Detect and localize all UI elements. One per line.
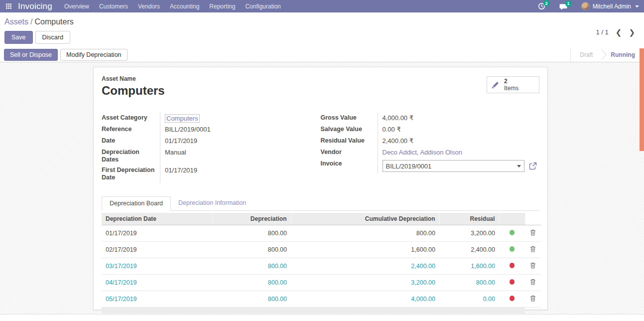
page-footer — [0, 315, 644, 321]
trash-icon — [530, 295, 536, 302]
activities-button[interactable]: 2 — [538, 2, 545, 10]
user-menu[interactable]: Mitchell Admin — [581, 2, 639, 10]
table-row[interactable]: 02/17/2019 800.00 1,600.00 2,400.00 — [102, 242, 541, 258]
status-draft[interactable]: Draft — [571, 48, 602, 62]
col-depreciation[interactable]: Depreciation — [213, 213, 291, 225]
external-link-icon[interactable] — [529, 162, 537, 170]
items-stat-button[interactable]: 2 Items — [487, 76, 539, 93]
discard-button[interactable]: Discard — [35, 31, 70, 44]
table-row[interactable]: 03/17/2019 800.00 2,400.00 1,600.00 — [102, 258, 541, 275]
menu-overview[interactable]: Overview — [59, 0, 94, 12]
menu-customers[interactable]: Customers — [94, 0, 133, 12]
chevron-down-icon — [635, 5, 639, 7]
left-field-group: Asset Category Computers Reference BILL/… — [102, 113, 321, 183]
pager: 1 / 1 ❮ ❯ — [596, 28, 635, 36]
user-avatar — [581, 2, 590, 10]
trash-icon — [530, 229, 536, 236]
asset-category-field[interactable]: Computers — [165, 114, 200, 123]
scrollbar-thumb[interactable] — [640, 48, 644, 151]
save-button[interactable]: Save — [4, 31, 33, 44]
depreciation-board-table: Depreciation Date Depreciation Cumulativ… — [102, 213, 541, 314]
posted-state-dot — [510, 230, 515, 235]
col-actions — [525, 213, 541, 225]
user-name: Mitchell Admin — [593, 3, 631, 10]
menu-configuration[interactable]: Configuration — [240, 0, 285, 12]
trash-icon — [530, 246, 536, 252]
col-depreciation-date[interactable]: Depreciation Date — [102, 213, 213, 225]
posted-state-dot — [510, 246, 515, 252]
asset-name-label: Asset Name — [102, 75, 165, 82]
menu-accounting[interactable]: Accounting — [165, 0, 204, 12]
tab-depreciation-information[interactable]: Depreciation Information — [171, 196, 254, 210]
apps-menu-icon[interactable] — [0, 0, 17, 12]
delete-row-button[interactable] — [530, 295, 536, 303]
delete-row-button[interactable] — [530, 229, 536, 237]
residual-value-field[interactable]: 2,400.00 ₹ — [378, 136, 414, 147]
table-header-row: Depreciation Date Depreciation Cumulativ… — [102, 213, 541, 225]
delete-row-button[interactable] — [530, 279, 536, 287]
breadcrumb-assets[interactable]: Assets — [4, 17, 28, 26]
navbar-right: 2 1 Mitchell Admin — [531, 0, 644, 12]
chevron-down-icon — [517, 165, 521, 167]
invoice-select[interactable]: BILL/2019/0001 — [383, 160, 524, 172]
table-row[interactable]: 05/17/2019 800.00 4,000.00 0.00 — [102, 291, 541, 308]
app-title[interactable]: Invoicing — [17, 1, 59, 11]
delete-row-button[interactable] — [530, 262, 536, 270]
reference-label: Reference — [102, 124, 160, 136]
trash-icon — [530, 262, 536, 269]
control-panel: Assets/Computers Save Discard 1 / 1 ❮ ❯ — [0, 12, 644, 48]
depreciation-dates-label: Depreciation Dates — [102, 147, 160, 165]
salvage-value-field[interactable]: 0.00 ₹ — [378, 124, 401, 136]
trash-icon — [530, 279, 536, 285]
pager-value: 1 / 1 — [596, 28, 609, 36]
gross-value-label: Gross Value — [321, 113, 378, 124]
table-footer — [102, 308, 541, 314]
salvage-value-label: Salvage Value — [321, 124, 378, 136]
pager-next-button[interactable]: ❯ — [629, 29, 635, 35]
activities-badge: 2 — [543, 0, 550, 6]
draft-state-dot — [510, 296, 515, 301]
depreciation-dates-field[interactable]: Manual — [160, 147, 186, 165]
top-menu: Overview Customers Vendors Accounting Re… — [59, 0, 286, 12]
vendor-field[interactable]: Deco Addict, Addison Olson — [383, 149, 462, 156]
right-field-group: Gross Value 4,000.00 ₹ Salvage Value 0.0… — [321, 113, 540, 183]
items-label: Items — [504, 85, 518, 91]
asset-name-block: Asset Name Computers — [102, 75, 165, 98]
asset-category-label: Asset Category — [102, 113, 160, 124]
vendor-label: Vendor — [321, 147, 378, 159]
menu-vendors[interactable]: Vendors — [133, 0, 165, 12]
residual-value-label: Residual Value — [321, 136, 378, 147]
date-field[interactable]: 01/17/2019 — [160, 136, 197, 147]
notebook-tabs: Depreciation Board Depreciation Informat… — [102, 196, 539, 211]
date-label: Date — [102, 136, 160, 147]
draft-state-dot — [510, 263, 515, 268]
messages-badge: 1 — [565, 0, 572, 7]
table-row[interactable]: 01/17/2019 800.00 800.00 3,200.00 — [102, 225, 541, 242]
col-cumulative-depreciation[interactable]: Cumulative Depreciation — [291, 213, 439, 225]
first-depreciation-date-label: First Depreciation Date — [102, 165, 160, 183]
col-state — [499, 213, 525, 225]
sell-or-dispose-button[interactable]: Sell or Dispose — [4, 49, 58, 61]
first-depreciation-date-field[interactable]: 01/17/2019 — [160, 165, 197, 183]
menu-reporting[interactable]: Reporting — [204, 0, 240, 12]
messages-button[interactable]: 1 — [559, 3, 567, 10]
modify-depreciation-button[interactable]: Modify Depreciation — [60, 49, 127, 61]
items-count: 2 — [504, 78, 518, 84]
pager-prev-button[interactable]: ❮ — [616, 29, 622, 35]
breadcrumb-current: Computers — [34, 17, 73, 26]
asset-form-sheet: Asset Name Computers 2 Items Asset Categ… — [93, 67, 548, 310]
col-residual[interactable]: Residual — [439, 213, 499, 225]
pencil-icon — [491, 81, 500, 89]
reference-field[interactable]: BILL/2019/0001 — [160, 124, 211, 136]
delete-row-button[interactable] — [530, 246, 536, 254]
gross-value-field[interactable]: 4,000.00 ₹ — [378, 113, 414, 124]
grid-icon — [6, 3, 11, 9]
top-navbar: Invoicing Overview Customers Vendors Acc… — [0, 0, 644, 12]
statusbar: Draft Running — [570, 48, 644, 62]
draft-state-dot — [510, 279, 515, 285]
asset-name-value[interactable]: Computers — [102, 84, 165, 98]
status-running[interactable]: Running — [602, 48, 644, 62]
action-bar: Sell or Dispose Modify Depreciation Draf… — [0, 48, 644, 62]
table-row[interactable]: 04/17/2019 800.00 3,200.00 800.00 — [102, 275, 541, 291]
tab-depreciation-board[interactable]: Depreciation Board — [102, 196, 171, 211]
